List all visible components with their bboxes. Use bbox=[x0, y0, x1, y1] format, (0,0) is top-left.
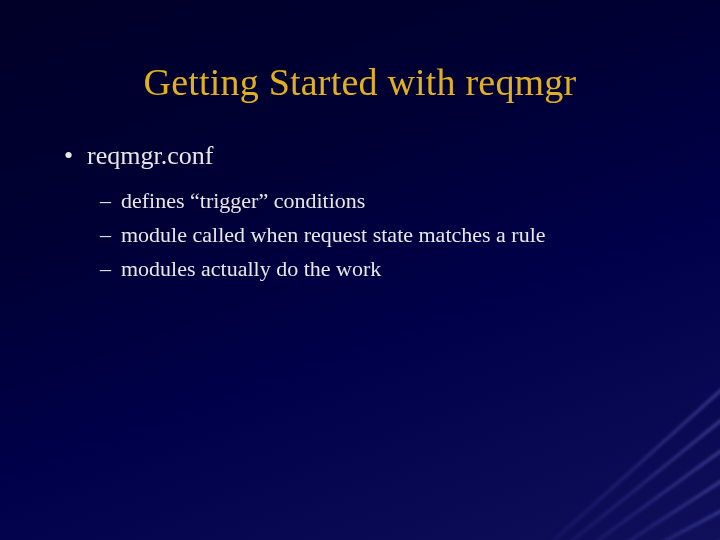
subitem-text: defines “trigger” conditions bbox=[121, 186, 365, 216]
list-item: – defines “trigger” conditions bbox=[100, 186, 680, 216]
subitem-text: modules actually do the work bbox=[121, 254, 381, 284]
list-item: – module called when request state match… bbox=[100, 220, 680, 250]
dash-icon: – bbox=[100, 254, 111, 284]
bullet-text: reqmgr.conf bbox=[87, 140, 213, 172]
sublist: – defines “trigger” conditions – module … bbox=[64, 180, 680, 284]
dash-icon: – bbox=[100, 220, 111, 250]
dash-icon: – bbox=[100, 186, 111, 216]
subitem-text: module called when request state matches… bbox=[121, 220, 546, 250]
slide-body: • reqmgr.conf – defines “trigger” condit… bbox=[0, 140, 720, 284]
list-item: • reqmgr.conf bbox=[64, 140, 680, 172]
slide-title: Getting Started with reqmgr bbox=[0, 0, 720, 140]
decorative-streaks bbox=[360, 280, 720, 540]
list-item: – modules actually do the work bbox=[100, 254, 680, 284]
bullet-icon: • bbox=[64, 140, 73, 172]
